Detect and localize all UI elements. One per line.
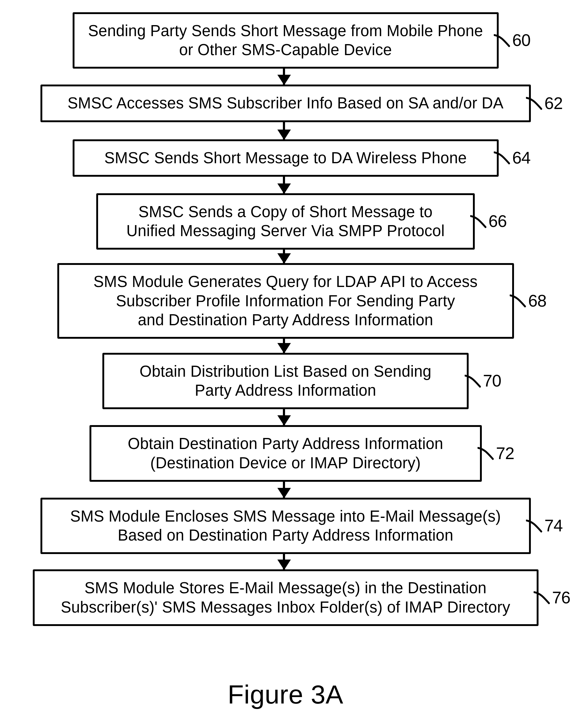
flow-step: SMSC Sends Short Message to DA Wireless … — [73, 139, 499, 177]
reference-number: 68 — [528, 291, 546, 311]
flow-step-text: SMSC Sends a Copy of Short Message to Un… — [126, 203, 444, 240]
reference-number: 72 — [496, 443, 514, 464]
flow-step-text: SMS Module Encloses SMS Message into E-M… — [70, 507, 501, 544]
flow-arrow — [283, 339, 285, 353]
reference-number: 64 — [512, 148, 530, 168]
flowchart-column: Sending Party Sends Short Message from M… — [0, 12, 571, 626]
flow-step: Sending Party Sends Short Message from M… — [73, 12, 499, 68]
reference-label: 70 — [465, 371, 501, 392]
reference-number: 60 — [512, 30, 530, 51]
flow-arrow — [283, 177, 285, 193]
flow-arrow — [283, 409, 285, 425]
reference-label: 66 — [470, 211, 506, 232]
reference-label: 60 — [494, 30, 530, 51]
diagram-canvas: Sending Party Sends Short Message from M… — [0, 0, 571, 728]
reference-label: 76 — [534, 587, 570, 608]
reference-label: 62 — [526, 93, 562, 114]
flow-step: Obtain Destination Party Address Informa… — [90, 425, 482, 481]
flow-step: Obtain Distribution List Based on Sendin… — [102, 353, 469, 409]
reference-number: 62 — [544, 93, 562, 114]
flow-step-text: SMS Module Stores E-Mail Message(s) in t… — [61, 579, 510, 616]
flow-arrow — [283, 482, 285, 498]
reference-number: 74 — [544, 516, 562, 536]
flow-step: SMS Module Encloses SMS Message into E-M… — [40, 498, 531, 554]
figure-caption: Figure 3A — [0, 679, 571, 710]
reference-number: 66 — [488, 211, 506, 232]
reference-label: 72 — [477, 443, 514, 464]
flow-arrow — [283, 122, 285, 139]
flow-step: SMSC Accesses SMS Subscriber Info Based … — [40, 85, 531, 122]
reference-number: 76 — [552, 587, 570, 608]
flow-arrow — [283, 250, 285, 263]
flow-step-text: SMSC Accesses SMS Subscriber Info Based … — [68, 94, 503, 112]
flow-arrow — [283, 68, 285, 85]
reference-label: 74 — [526, 516, 562, 536]
flow-step-text: Obtain Distribution List Based on Sendin… — [139, 362, 431, 399]
reference-number: 70 — [483, 371, 501, 392]
flow-step: SMS Module Generates Query for LDAP API … — [57, 263, 514, 339]
flow-step-text: Sending Party Sends Short Message from M… — [88, 22, 483, 58]
flow-arrow — [283, 554, 285, 569]
flow-step-text: SMSC Sends Short Message to DA Wireless … — [104, 149, 467, 167]
reference-label: 64 — [494, 148, 530, 168]
flow-step: SMS Module Stores E-Mail Message(s) in t… — [33, 569, 539, 626]
flow-step-text: Obtain Destination Party Address Informa… — [128, 435, 443, 471]
flow-step: SMSC Sends a Copy of Short Message to Un… — [96, 193, 475, 250]
flow-step-text: SMS Module Generates Query for LDAP API … — [94, 273, 477, 328]
reference-label: 68 — [510, 291, 546, 311]
